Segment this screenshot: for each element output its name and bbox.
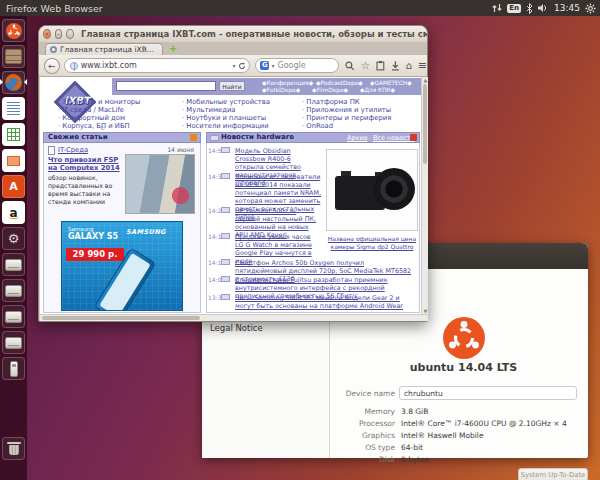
- back-button[interactable]: ←: [44, 58, 60, 74]
- nav-link[interactable]: · Приложения и утилиты: [302, 106, 391, 114]
- reload-icon[interactable]: [238, 62, 246, 70]
- url-text: www.ixbt.com: [81, 61, 137, 70]
- launcher-icon-libreoffice-writer[interactable]: [2, 97, 25, 120]
- news-item-icon: [221, 276, 230, 282]
- ad-price-tag: 29 990 р.: [66, 248, 124, 261]
- network-icon[interactable]: [492, 3, 502, 13]
- files-icon: [5, 49, 22, 64]
- launcher-icon-drive-4[interactable]: [2, 331, 25, 354]
- news-item-icon: [221, 233, 230, 239]
- system-up-to-date-button[interactable]: System Up-To-Date: [518, 468, 588, 480]
- nav-link[interactable]: · OnRoad: [302, 122, 333, 130]
- toplink-podcastdepo[interactable]: ◆PodcastDepo◆: [316, 80, 363, 86]
- desktop: Legal Notice ubuntu 14.04 LTS Device nam…: [0, 0, 600, 480]
- window-title: Главная страница IXBT.com - оперативные …: [81, 29, 427, 39]
- search-engine-label: Google: [278, 61, 306, 70]
- toplink-conference[interactable]: ◆Конференция◆: [262, 80, 313, 86]
- horizontal-scrollbar[interactable]: [40, 314, 428, 321]
- firefox-titlebar[interactable]: × – Главная страница IXBT.com - оператив…: [39, 26, 427, 42]
- bluetooth-icon[interactable]: [526, 3, 533, 14]
- nav-link[interactable]: · Принтеры и периферия: [302, 114, 391, 122]
- toplink-filmdepo[interactable]: ◆FilmDepo◆: [312, 87, 348, 93]
- site-search-button[interactable]: Найти: [219, 81, 245, 91]
- nav-link[interactable]: · 3D-видео и мониторы: [58, 98, 140, 106]
- close-button[interactable]: ×: [43, 29, 51, 39]
- samsung-ad-banner[interactable]: Samsung GALAXY S5 SAMSUNG 29 990 р.: [61, 221, 183, 311]
- volume-icon[interactable]: [538, 3, 549, 13]
- downloads-icon[interactable]: [391, 61, 400, 71]
- launcher-icon-drive-2[interactable]: [2, 279, 25, 302]
- article-doc-icon: [48, 146, 55, 155]
- rss-icon[interactable]: [190, 134, 197, 141]
- new-tab-button[interactable]: +: [169, 44, 177, 54]
- vertical-scroll-thumb[interactable]: [423, 84, 427, 164]
- nav-link[interactable]: · Мобильные устройства: [182, 98, 270, 106]
- home-icon[interactable]: ⌂: [405, 61, 411, 71]
- launcher-icon-drive-1[interactable]: [2, 253, 25, 276]
- nav-link[interactable]: · Носители информации: [182, 122, 269, 130]
- url-dropdown-icon[interactable]: ▾: [232, 62, 235, 69]
- scroll-up-arrow[interactable]: ▲: [422, 77, 428, 83]
- nav-link[interactable]: · Мультимедиа: [182, 106, 236, 114]
- field-label-memory: Memory: [262, 407, 395, 416]
- field-value-graphics: Intel® Haswell Mobile: [401, 431, 484, 440]
- toplink-pda[interactable]: ◆Для КПК◆: [360, 87, 395, 93]
- news-item-link[interactable]: Часы Samsung SM-R382 меньше модели Gear …: [235, 294, 417, 310]
- bookmarks-menu-icon[interactable]: [376, 61, 385, 71]
- nav-link[interactable]: · IT-среда / MacLife: [58, 106, 124, 114]
- launcher-icon-libreoffice-impress[interactable]: [2, 149, 25, 172]
- system-tray: En 13:45: [492, 0, 596, 16]
- drive-icon: [5, 311, 22, 323]
- session-gear-icon[interactable]: [585, 3, 596, 14]
- search-icon[interactable]: [345, 61, 355, 71]
- news-rss-icon[interactable]: [410, 134, 417, 141]
- minimize-button[interactable]: –: [55, 29, 63, 39]
- camera-caption-link[interactable]: Названа официальная цена камеры Sigma dp…: [326, 235, 418, 251]
- launcher-icon-system-settings[interactable]: ⚙: [2, 227, 25, 250]
- bookmark-star-icon[interactable]: ☆: [361, 61, 370, 71]
- search-bar[interactable]: G ▾ Google: [255, 58, 339, 73]
- horizontal-scroll-thumb[interactable]: [42, 316, 200, 320]
- device-name-input[interactable]: [399, 386, 577, 400]
- tab-ixbt[interactable]: Главная страница iXB...: [45, 43, 163, 55]
- ubuntu-dash-icon: [6, 23, 22, 39]
- nav-link[interactable]: · Платформа ПК: [302, 98, 360, 106]
- nav-link[interactable]: · Ноутбуки и планшеты: [182, 114, 266, 122]
- toplink-gametech[interactable]: ◆GAMETECH◆: [370, 80, 412, 86]
- launcher-icon-drive-3[interactable]: [2, 305, 25, 328]
- article-category-link[interactable]: IT-Среда: [58, 146, 88, 154]
- news-header-icon: [210, 135, 219, 141]
- launcher-icon-usb-drive[interactable]: [2, 357, 25, 380]
- news-item-icon: [221, 294, 230, 300]
- camera-image[interactable]: [326, 149, 418, 231]
- articles-header-label: Свежие статьи: [48, 133, 108, 141]
- launcher-icon-amazon[interactable]: a: [2, 201, 25, 224]
- sidebar-item-legal-notice[interactable]: Legal Notice: [210, 323, 263, 333]
- maximize-button[interactable]: [66, 29, 74, 39]
- usb-icon: [10, 361, 18, 377]
- vertical-scrollbar[interactable]: ▲ ▼: [421, 77, 428, 314]
- launcher-icon-software-center[interactable]: A: [2, 175, 25, 198]
- keyboard-layout-indicator[interactable]: En: [507, 4, 521, 13]
- launcher-icon-libreoffice-calc[interactable]: [2, 123, 25, 146]
- launcher-icon-ubuntu-dash[interactable]: [2, 19, 25, 42]
- news-archive-link[interactable]: Архив: [347, 134, 367, 143]
- launcher-icon-trash[interactable]: [2, 437, 25, 460]
- active-app-title[interactable]: Firefox Web Browser: [6, 3, 103, 14]
- launcher-icon-firefox[interactable]: [2, 71, 25, 94]
- site-search-input[interactable]: [116, 81, 216, 91]
- clock[interactable]: 13:45: [554, 3, 580, 13]
- menu-icon[interactable]: ≡: [418, 61, 427, 71]
- field-label-graphics: Graphics: [262, 431, 395, 440]
- news-all-link[interactable]: Все новости: [373, 134, 415, 143]
- tab-bar: Главная страница iXB... +: [39, 42, 427, 55]
- article-title-link[interactable]: Что привозил FSP на Computex 2014: [48, 156, 124, 173]
- toplink-fotkidepo[interactable]: ◆FotkiDepo◆: [262, 87, 300, 93]
- search-engine-dropdown-icon[interactable]: ▾: [271, 62, 274, 69]
- nav-link[interactable]: · Корпуса, БП и ИБП: [58, 122, 130, 130]
- drive-icon: [5, 285, 22, 297]
- nav-link[interactable]: · Комфортный дом: [58, 114, 125, 122]
- launcher-icon-files[interactable]: [2, 45, 25, 68]
- article-photo[interactable]: [125, 154, 195, 214]
- url-bar[interactable]: www.ixbt.com ▾: [64, 58, 251, 73]
